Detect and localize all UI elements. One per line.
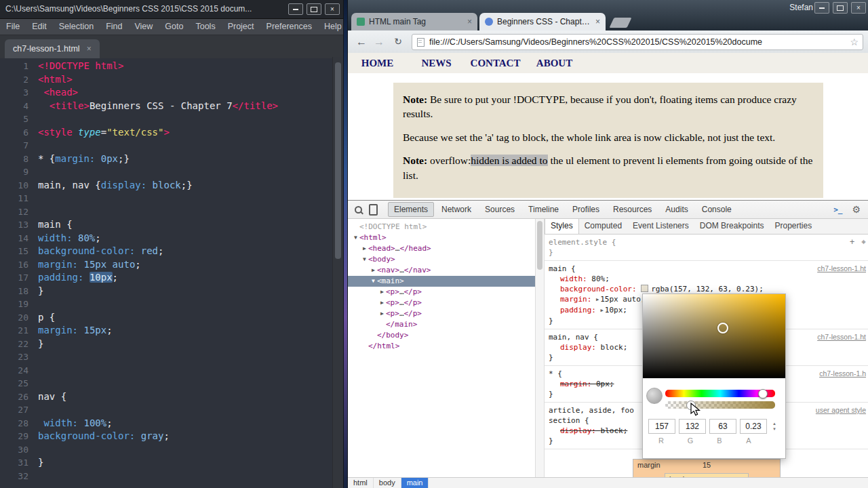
tree-toggle-icon[interactable]: ▶	[378, 308, 386, 319]
maximize-button[interactable]	[833, 2, 848, 14]
nav-link[interactable]: CONTACT	[466, 53, 525, 73]
inspect-element-icon[interactable]	[352, 203, 364, 216]
code-line[interactable]: 26nav {	[0, 390, 333, 404]
eyedropper-swatch-icon[interactable]	[646, 388, 663, 404]
breadcrumb-item[interactable]: main	[401, 478, 429, 488]
code-line[interactable]: 15background-color: red;	[0, 245, 333, 258]
tab-close-icon[interactable]: ×	[467, 17, 472, 26]
tree-toggle-icon[interactable]: ▶	[370, 265, 377, 276]
code-line[interactable]: 16margin: 15px auto;	[0, 258, 333, 272]
devtools-panel-tab[interactable]: Profiles	[566, 202, 606, 217]
color-format-stepper[interactable]: ▲ ▼	[772, 422, 776, 431]
code-line[interactable]: 30	[0, 443, 333, 457]
css-property[interactable]: width: 80%;	[549, 274, 866, 284]
dom-node[interactable]: ▶<p>…</p>	[348, 287, 535, 298]
nav-link[interactable]: HOME	[348, 53, 407, 73]
code-line[interactable]: 21margin: 15px;	[0, 324, 333, 338]
menu-item[interactable]: Find	[100, 19, 128, 35]
close-button[interactable]: ×	[325, 3, 340, 15]
code-line[interactable]: 23	[0, 350, 333, 364]
minimize-button[interactable]	[288, 3, 303, 15]
color-swatch[interactable]	[641, 285, 648, 292]
code-line[interactable]: 10main, nav {display: block;}	[0, 179, 333, 192]
dom-node[interactable]: ▶<nav>…</nav>	[348, 265, 535, 276]
menu-item[interactable]: View	[128, 19, 159, 35]
dom-node[interactable]: </html>	[348, 341, 535, 352]
expand-shorthand-icon[interactable]: ▶	[596, 297, 599, 302]
stepper-up-icon[interactable]: ▲	[772, 422, 776, 426]
sidebar-tab[interactable]: DOM Breakpoints	[694, 219, 770, 234]
code-line[interactable]: 22}	[0, 338, 333, 351]
code-line[interactable]: 19	[0, 298, 333, 311]
menu-item[interactable]: Project	[222, 19, 260, 35]
dom-node[interactable]: </main>	[348, 319, 535, 330]
code-line[interactable]: 29background-color: gray;	[0, 430, 333, 443]
minimize-button[interactable]	[814, 2, 829, 14]
new-tab-button[interactable]	[610, 18, 632, 28]
box-model[interactable]: margin 15 border –	[545, 459, 868, 478]
browser-tab-active[interactable]: Beginners CSS - Chapter 7 ×	[479, 13, 606, 30]
tree-toggle-icon[interactable]: ▶	[361, 243, 368, 254]
dom-node[interactable]: ▶<p>…</p>	[348, 308, 535, 319]
green-value-input[interactable]: 132	[679, 419, 706, 434]
dom-node[interactable]: ▼<main>	[348, 276, 535, 287]
devtools-panel-tab[interactable]: Sources	[479, 202, 521, 217]
dom-node[interactable]: </body>	[348, 330, 535, 341]
box-model-margin[interactable]: margin 15 border –	[633, 459, 781, 478]
address-bar[interactable]: file:///C:/Users/Samsung/Videos/Beginner…	[412, 34, 863, 50]
device-mode-icon[interactable]	[367, 203, 379, 216]
red-value-input[interactable]: 157	[648, 419, 675, 434]
stylesheet-link[interactable]: ch7-lesson-1.ht	[817, 332, 866, 342]
stylesheet-link[interactable]: ch7-lesson-1.h	[819, 369, 866, 379]
dom-node[interactable]: ▼<html>	[348, 232, 535, 243]
color-selection-ring[interactable]	[717, 323, 728, 333]
editor-tab[interactable]: ch7-lesson-1.html ×	[5, 39, 100, 58]
element-state-icon[interactable]: ⌖	[861, 237, 866, 247]
devtools-panel-tab[interactable]: Console	[696, 202, 738, 217]
console-drawer-icon[interactable]: >_	[833, 205, 842, 214]
code-line[interactable]: 7	[0, 139, 333, 152]
tree-toggle-icon[interactable]: ▶	[378, 298, 386, 308]
tree-toggle-icon[interactable]: ▼	[352, 232, 359, 243]
stepper-down-icon[interactable]: ▼	[772, 427, 776, 431]
hue-slider-knob[interactable]	[758, 389, 768, 399]
back-button[interactable]: ←	[353, 34, 370, 49]
code-line[interactable]: 8* {margin: 0px;}	[0, 152, 333, 166]
menu-item[interactable]: Tools	[189, 19, 221, 35]
close-button[interactable]: ×	[851, 2, 866, 14]
editor-titlebar[interactable]: C:\Users\Samsung\Videos\Beginners CSS 20…	[0, 0, 343, 19]
code-line[interactable]: 2<html>	[0, 73, 333, 87]
code-line[interactable]: 12	[0, 205, 333, 219]
settings-gear-icon[interactable]: ⚙	[852, 204, 861, 215]
sidebar-tab[interactable]: Properties	[769, 219, 817, 234]
expand-shorthand-icon[interactable]: ▶	[601, 308, 604, 313]
dom-node[interactable]: ▼<body>	[348, 254, 535, 265]
tree-toggle-icon[interactable]: ▶	[378, 287, 386, 298]
sidebar-tab[interactable]: Event Listeners	[627, 219, 694, 234]
devtools-panel-tab[interactable]: Resources	[607, 202, 658, 217]
blue-value-input[interactable]: 63	[709, 419, 736, 434]
code-line[interactable]: 14width: 80%;	[0, 232, 333, 245]
url-text[interactable]: file:///C:/Users/Samsung/Videos/Beginner…	[429, 35, 846, 49]
reload-button[interactable]: ↻	[390, 34, 406, 49]
stylesheet-link[interactable]: user agent style	[816, 405, 866, 415]
alpha-slider[interactable]	[665, 401, 775, 409]
code-line[interactable]: 31}	[0, 456, 333, 470]
browser-tab[interactable]: HTML main Tag ×	[351, 13, 477, 30]
breadcrumb-item[interactable]: html	[348, 478, 374, 488]
code-line[interactable]: 18}	[0, 285, 333, 298]
menu-item[interactable]: Preferences	[260, 19, 318, 35]
breadcrumb-item[interactable]: body	[374, 478, 401, 488]
elements-tree[interactable]: <!DOCTYPE html>▼<html>▶<head>…</head>▼<b…	[348, 219, 535, 478]
dom-node[interactable]: ▶<p>…</p>	[348, 298, 535, 308]
editor-scrollbar[interactable]	[332, 57, 343, 488]
nav-link[interactable]: ABOUT	[525, 53, 584, 73]
code-line[interactable]: 11	[0, 192, 333, 205]
menu-item[interactable]: Edit	[26, 19, 53, 35]
devtools-panel-tab[interactable]: Audits	[659, 202, 694, 217]
code-line[interactable]: 20p {	[0, 311, 333, 325]
code-line[interactable]: 1<!DOCTYPE html>	[0, 60, 333, 73]
tab-close-icon[interactable]: ×	[87, 44, 92, 54]
code-line[interactable]: 6<style type="text/css">	[0, 126, 333, 140]
maximize-button[interactable]	[307, 3, 321, 15]
